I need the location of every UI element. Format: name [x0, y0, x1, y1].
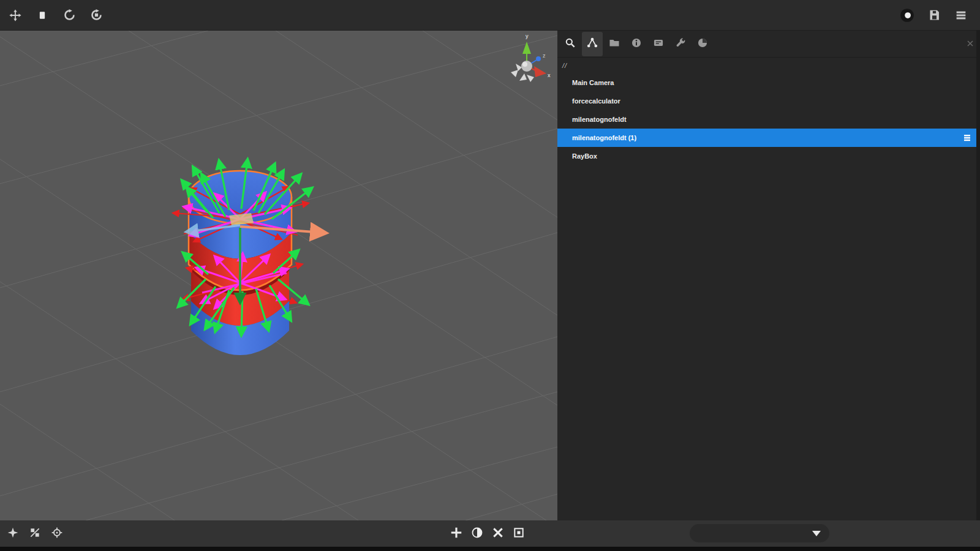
gizmo-x-label: x — [548, 72, 551, 78]
panel-tab-bar — [557, 31, 980, 58]
bottom-left-group — [0, 526, 65, 542]
scene-viewport[interactable]: y z x — [0, 31, 557, 520]
list-item-raybox[interactable]: RayBox — [557, 147, 980, 165]
search-icon — [564, 37, 576, 51]
rotate-tool-icon — [63, 9, 76, 21]
item-options-icon[interactable] — [963, 133, 971, 143]
panel-close-button[interactable] — [965, 39, 975, 49]
xmark-icon — [492, 527, 504, 541]
rotate-rect-tool-icon — [90, 9, 103, 21]
chevron-down-icon — [812, 531, 821, 536]
list-item-label: RayBox — [572, 152, 597, 160]
top-toolbar-left-group — [0, 6, 105, 24]
rotate-tool-button[interactable] — [60, 6, 78, 24]
list-item-main-camera[interactable]: Main Camera — [557, 73, 980, 92]
move-tool-icon — [9, 9, 22, 22]
list-item-label: Main Camera — [572, 79, 614, 86]
diamond-icon — [7, 527, 19, 541]
snap-icon — [29, 527, 41, 541]
gizmo-z-label: z — [543, 53, 546, 59]
close-scene-button[interactable] — [490, 526, 506, 542]
list-item-label: forcecalculator — [572, 97, 620, 105]
bottom-center-group — [448, 526, 527, 542]
record-button[interactable] — [898, 6, 916, 24]
info-icon — [630, 37, 643, 51]
list-item-label: milenatognofeldt — [572, 116, 627, 123]
hierarchy-list: Main Camera forcecalculator milenatognof… — [557, 73, 980, 165]
top-toolbar-right-group — [898, 6, 980, 24]
frame-icon — [513, 527, 525, 541]
plus-icon — [450, 526, 463, 542]
stop-tool-button[interactable] — [33, 6, 51, 24]
save-icon — [928, 9, 941, 21]
pie-icon — [696, 37, 709, 51]
diamond-button[interactable] — [5, 526, 21, 542]
frame-button[interactable] — [511, 526, 527, 542]
menu-icon — [954, 9, 968, 22]
sprocket-button[interactable] — [49, 526, 65, 542]
snap-button[interactable] — [27, 526, 43, 542]
move-tool-button[interactable] — [6, 6, 24, 24]
tab-info[interactable] — [626, 32, 647, 56]
tab-search[interactable] — [560, 32, 581, 56]
sprocket-icon — [51, 527, 63, 541]
stop-tool-icon — [36, 9, 48, 21]
close-icon — [967, 39, 974, 50]
contrast-icon — [471, 527, 483, 541]
scene-dropdown[interactable] — [690, 524, 829, 542]
record-icon — [899, 7, 915, 23]
list-item-milenatognofeldt-1[interactable]: milenatognofeldt (1) — [557, 129, 980, 147]
contrast-button[interactable] — [469, 526, 485, 542]
app-window: y z x — [0, 0, 980, 551]
breadcrumb: // — [557, 58, 980, 73]
bottom-edge-strip — [0, 547, 980, 551]
hierarchy-icon — [586, 37, 598, 51]
tab-console[interactable] — [648, 32, 669, 56]
tab-wrench[interactable] — [670, 32, 691, 56]
save-button[interactable] — [925, 6, 943, 24]
tab-folder[interactable] — [604, 32, 625, 56]
hierarchy-panel: // Main Camera forcecalculator milenatog… — [557, 31, 980, 520]
top-toolbar — [0, 0, 980, 31]
rotate-rect-tool-button[interactable] — [87, 6, 105, 24]
panel-scrollbar[interactable] — [976, 31, 980, 520]
list-item-label: milenatognofeldt (1) — [572, 134, 636, 141]
add-button[interactable] — [448, 526, 464, 542]
menu-button[interactable] — [952, 6, 970, 24]
scene-canvas: y z x — [0, 31, 557, 520]
bottom-toolbar — [0, 520, 980, 547]
folder-icon — [608, 37, 620, 51]
list-item-forcecalculator[interactable]: forcecalculator — [557, 92, 980, 110]
console-icon — [652, 37, 665, 51]
gizmo-y-label: y — [526, 33, 529, 39]
tab-hierarchy[interactable] — [582, 32, 603, 56]
list-item-milenatognofeldt[interactable]: milenatognofeldt — [557, 110, 980, 129]
wrench-icon — [674, 37, 687, 51]
tab-pie[interactable] — [692, 32, 713, 56]
